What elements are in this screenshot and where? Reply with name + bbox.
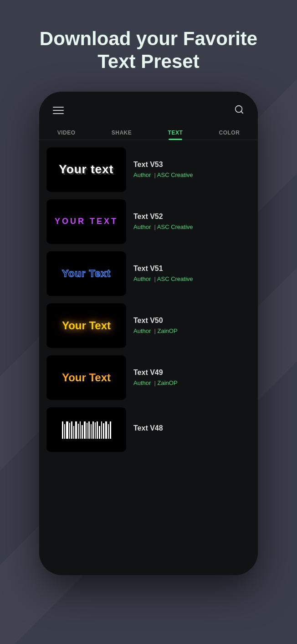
preset-info-v51: Text V51 Author | ASC Creative: [133, 265, 251, 282]
preset-author-v49: Author | ZainOP: [133, 379, 251, 386]
preset-author-v50: Author | ZainOP: [133, 327, 251, 334]
author-name[interactable]: ZainOP: [158, 327, 178, 334]
preset-author-v51: Author | ASC Creative: [133, 275, 251, 282]
menu-icon[interactable]: [53, 107, 64, 114]
thumb-text-v52: YOUR TEXT: [55, 217, 118, 226]
author-label: Author: [133, 171, 151, 178]
top-bar: [39, 92, 258, 121]
tab-video[interactable]: VIDEO: [50, 126, 83, 140]
preset-thumbnail-v53: Your text: [46, 147, 126, 192]
preset-thumbnail-v48: [46, 407, 126, 452]
list-item[interactable]: YOUR TEXT Text V52 Author | ASC Creative: [46, 196, 251, 248]
tab-shake[interactable]: SHAKE: [104, 126, 139, 140]
preset-info-v49: Text V49 Author | ZainOP: [133, 369, 251, 386]
list-item[interactable]: Your Text Text V50 Author | ZainOP: [46, 300, 251, 352]
list-item[interactable]: Your text Text V53 Author | ASC Creative: [46, 144, 251, 196]
preset-name-v53: Text V53: [133, 161, 251, 169]
preset-thumbnail-v50: Your Text: [46, 303, 126, 348]
list-item[interactable]: Your Text Text V49 Author | ZainOP: [46, 352, 251, 404]
preset-name-v49: Text V49: [133, 369, 251, 377]
preset-author-v53: Author | ASC Creative: [133, 171, 251, 178]
author-name[interactable]: ASC Creative: [157, 171, 193, 178]
preset-thumbnail-v52: YOUR TEXT: [46, 199, 126, 244]
thumb-text-v49: Your Text: [62, 371, 111, 384]
author-label: Author: [133, 275, 151, 282]
thumb-text-v51: Your Text: [62, 268, 111, 280]
author-name[interactable]: ASC Creative: [157, 275, 193, 282]
list-item[interactable]: Text V48: [46, 404, 251, 456]
phone-screen: VIDEO SHAKE TEXT COLOR Your text Text V5…: [39, 92, 258, 575]
list-item[interactable]: Your Text Text V51 Author | ASC Creative: [46, 248, 251, 300]
author-name[interactable]: ZainOP: [158, 379, 178, 386]
search-icon[interactable]: [234, 104, 244, 117]
preset-info-v48: Text V48: [133, 424, 251, 435]
preset-thumbnail-v51: Your Text: [46, 251, 126, 296]
phone-mockup: VIDEO SHAKE TEXT COLOR Your text Text V5…: [39, 92, 258, 575]
thumb-text-v50: Your Text: [62, 319, 111, 332]
preset-name-v50: Text V50: [133, 317, 251, 325]
preset-thumbnail-v49: Your Text: [46, 355, 126, 400]
preset-name-v48: Text V48: [133, 424, 251, 432]
thumb-barcode-v48: [46, 421, 126, 439]
svg-line-1: [241, 111, 243, 113]
barcode-graphic: [62, 421, 111, 439]
author-label: Author: [133, 379, 151, 386]
preset-name-v51: Text V51: [133, 265, 251, 273]
thumb-text-v53: Your text: [59, 163, 114, 176]
tab-text[interactable]: TEXT: [161, 126, 190, 140]
author-name[interactable]: ASC Creative: [157, 223, 193, 230]
tab-bar: VIDEO SHAKE TEXT COLOR: [39, 121, 258, 140]
preset-author-v52: Author | ASC Creative: [133, 223, 251, 230]
author-label: Author: [133, 327, 151, 334]
preset-info-v50: Text V50 Author | ZainOP: [133, 317, 251, 334]
preset-info-v52: Text V52 Author | ASC Creative: [133, 213, 251, 230]
tab-color[interactable]: COLOR: [212, 126, 247, 140]
preset-info-v53: Text V53 Author | ASC Creative: [133, 161, 251, 178]
preset-name-v52: Text V52: [133, 213, 251, 221]
preset-list: Your text Text V53 Author | ASC Creative…: [39, 140, 258, 575]
author-label: Author: [133, 223, 151, 230]
hero-title: Download your Favorite Text Preset: [0, 27, 297, 73]
